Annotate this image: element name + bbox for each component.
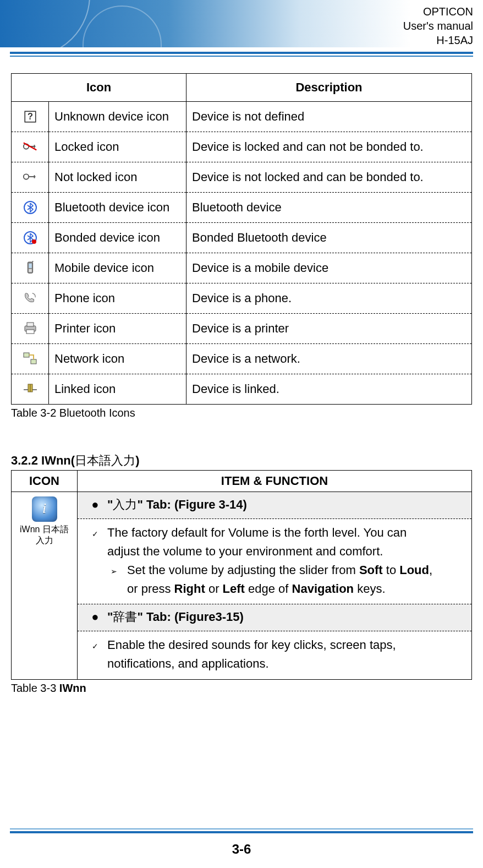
- col-header-item-function: ITEM & FUNCTION: [78, 471, 472, 492]
- icon-label: Unknown device icon: [49, 102, 186, 132]
- network-icon: [22, 352, 39, 366]
- tab1-prefix: ": [107, 498, 113, 511]
- heading-jp: 日本語入力: [75, 454, 135, 467]
- footer-rules: [0, 828, 483, 835]
- bluetooth-icons-table: Icon Description ? Unknown device icon D…: [11, 73, 472, 405]
- iwnn-app-icon-cell: iWnn 日本語 入力: [12, 492, 78, 680]
- caption-bold: IWnn: [59, 682, 86, 694]
- locked-icon: [22, 140, 39, 154]
- table-row: Phone icon Device is a phone.: [12, 283, 472, 314]
- tab1-sub2-p2: or: [205, 582, 223, 596]
- col-header-icon: ICON: [12, 471, 78, 492]
- iwnn-table: ICON ITEM & FUNCTION iWnn 日本語 入力: [11, 470, 472, 680]
- tab1-suffix: " Tab: (Figure 3-14): [137, 498, 246, 511]
- phone-icon: [22, 291, 39, 305]
- table-row: Linked icon Device is linked.: [12, 374, 472, 405]
- bullet-dot-icon: ●: [83, 610, 107, 624]
- tab1-sub-b1: Soft: [359, 563, 383, 577]
- check-icon: ✓: [83, 641, 107, 653]
- header-line-2: User's manual: [403, 19, 473, 33]
- linked-icon: [22, 382, 39, 396]
- icon-label: Mobile device icon: [49, 253, 186, 283]
- svg-rect-13: [29, 264, 32, 268]
- tab2-prefix: ": [107, 610, 113, 624]
- section-3-2-2-heading: 3.2.2 IWnn(日本語入力): [11, 452, 472, 469]
- caption-prefix: Table 3-3: [11, 682, 59, 694]
- bonded-device-icon: [22, 231, 39, 245]
- tab-header-dictionary: ●"辞書" Tab: (Figure3-15): [78, 604, 471, 631]
- icon-description: Bonded Bluetooth device: [186, 223, 472, 253]
- col-header-icon: Icon: [12, 74, 186, 102]
- iwnn-app-icon-label-1: iWnn 日本語: [14, 524, 75, 535]
- tab1-sub2-p1: or press: [127, 582, 174, 596]
- tab1-jp: 入力: [113, 498, 137, 511]
- icon-label: Linked icon: [49, 374, 186, 405]
- svg-point-6: [23, 174, 28, 179]
- unknown-device-icon: ?: [22, 110, 39, 124]
- tab1-sub2-b2: Left: [223, 582, 245, 596]
- icon-description: Device is a network.: [186, 344, 472, 374]
- svg-rect-20: [31, 359, 36, 364]
- svg-point-11: [32, 239, 36, 244]
- tab1-sub-p1: Set the volume by adjusting the slider f…: [127, 563, 359, 577]
- col-header-description: Description: [186, 74, 472, 102]
- icon-description: Bluetooth device: [186, 193, 472, 223]
- tab2-suffix: " Tab: (Figure3-15): [137, 610, 243, 624]
- icon-description: Device is a printer: [186, 314, 472, 344]
- tab1-sub-b2: Loud: [399, 563, 429, 577]
- mobile-device-icon: [22, 261, 39, 275]
- tab1-sub-p3: ,: [429, 563, 432, 577]
- table-3-3-caption: Table 3-3 IWnn: [11, 682, 472, 695]
- icon-description: Device is locked and can not be bonded t…: [186, 132, 472, 162]
- table-row: ? Unknown device icon Device is not defi…: [12, 102, 472, 132]
- not-locked-icon: [22, 170, 39, 184]
- check-icon: ✓: [83, 528, 107, 541]
- svg-rect-14: [29, 269, 32, 272]
- icon-description: Device is linked.: [186, 374, 472, 405]
- table-row: Printer icon Device is a printer: [12, 314, 472, 344]
- table-row: Not locked icon Device is not locked and…: [12, 162, 472, 193]
- header-text: OPTICON User's manual H-15AJ: [403, 4, 473, 47]
- icon-label: Network icon: [49, 344, 186, 374]
- svg-rect-17: [27, 323, 34, 326]
- bullet-dot-icon: ●: [83, 498, 107, 512]
- header-band: OPTICON User's manual H-15AJ: [0, 0, 483, 47]
- tab1-body: ✓The factory default for Volume is the f…: [78, 519, 471, 604]
- tab1-sub2-p3: edge of: [245, 582, 292, 596]
- svg-rect-19: [24, 353, 29, 357]
- tab2-body-line1: Enable the desired sounds for key clicks…: [107, 638, 396, 652]
- tab1-sub2-b3: Navigation: [292, 582, 354, 596]
- icon-label: Bluetooth device icon: [49, 193, 186, 223]
- page-number: 3-6: [0, 842, 483, 857]
- tab2-body: ✓Enable the desired sounds for key click…: [78, 631, 471, 679]
- iwnn-app-icon: [32, 496, 57, 522]
- icon-label: Locked icon: [49, 132, 186, 162]
- icon-label: Printer icon: [49, 314, 186, 344]
- svg-text:?: ?: [28, 111, 33, 121]
- icon-label: Not locked icon: [49, 162, 186, 193]
- table-3-2-caption: Table 3-2 Bluetooth Icons: [11, 407, 472, 419]
- printer-icon: [22, 321, 39, 336]
- tab1-sub2-p4: keys.: [354, 582, 385, 596]
- tab2-jp: 辞書: [113, 610, 137, 624]
- icon-description: Device is a mobile device: [186, 253, 472, 283]
- tab-header-input: ●"入力" Tab: (Figure 3-14): [78, 492, 471, 519]
- tab1-body-line1: The factory default for Volume is the fo…: [107, 526, 407, 539]
- icon-label: Bonded device icon: [49, 223, 186, 253]
- tab2-body-line2: notifications, and applications.: [107, 657, 269, 670]
- header-rules: [0, 52, 483, 57]
- table-row: Locked icon Device is locked and can not…: [12, 132, 472, 162]
- heading-suffix: ): [135, 454, 139, 467]
- heading-prefix: 3.2.2 IWnn(: [11, 454, 75, 467]
- svg-rect-18: [26, 330, 34, 334]
- table-row: Bluetooth device icon Bluetooth device: [12, 193, 472, 223]
- header-line-3: H-15AJ: [403, 33, 473, 47]
- icon-label: Phone icon: [49, 283, 186, 314]
- table-row: Mobile device icon Device is a mobile de…: [12, 253, 472, 283]
- bluetooth-device-icon: [22, 200, 39, 215]
- table-row: Network icon Device is a network.: [12, 344, 472, 374]
- icon-description: Device is a phone.: [186, 283, 472, 314]
- triangle-icon: ➢: [107, 566, 120, 578]
- header-line-1: OPTICON: [403, 4, 473, 19]
- icon-description: Device is not defined: [186, 102, 472, 132]
